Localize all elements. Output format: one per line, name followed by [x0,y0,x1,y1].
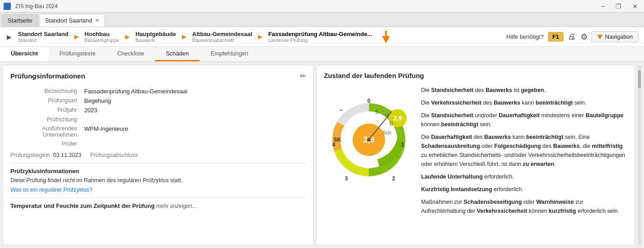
section-divider-2 [10,197,306,198]
minimize-button[interactable]: − [599,3,608,10]
zyklus-text: Diese Prüfung findet nicht im Rahmen des… [10,177,306,184]
tab-startseite[interactable]: Startseite [2,14,38,27]
breadcrumb-hochbau-type: Bauwerkgruppe [85,37,119,43]
navigation-label: Navigation [605,33,633,40]
breadcrumb-arrow-3: ► [181,33,188,41]
hilfe-label: Hilfe benötigt? [506,33,544,40]
desc-2: Die Verkehrssicherheit des Bauwerks kann… [421,98,627,107]
svg-rect-1 [385,31,387,37]
svg-text:2,9: 2,9 [393,115,402,122]
tab-schaeden[interactable]: Schäden [155,47,200,61]
chart-container: 2,9 SK 2,9 S V D Sch 0 1 2 3 4 [324,86,414,219]
left-panel: Prüfungsinformationen ✏ Bezeichnung Fass… [3,65,313,245]
breadcrumb-altbau-name: Altbau-Gemeindesaal [192,31,252,37]
close-button[interactable]: ✕ [630,3,640,10]
table-row: Prüfungsart Begehung [10,96,306,106]
breadcrumb: ▶ Standort Saarland Standort ► Hochbau B… [0,27,644,47]
settings-icon[interactable]: ⚙ [581,32,588,42]
desc-3: Die Standsicherheit und/oder Dauerhaftig… [421,111,627,129]
tab-close-icon[interactable]: ✕ [95,18,99,23]
svg-marker-2 [597,35,603,39]
breadcrumb-item-hochbau[interactable]: Hochbau Bauwerkgruppe [81,31,123,43]
right-panel: Zustand der laufenden Prüfung [316,65,635,245]
breadcrumb-item-fassade[interactable]: Fassadenprüfung Altbau-Gemeinde... Laufe… [265,31,376,43]
svg-marker-0 [382,36,390,43]
scrollbar[interactable] [638,65,641,245]
panel-header: Prüfungsinformationen ✏ [10,72,306,80]
tab-uebersicht[interactable]: Übersicht [0,47,49,61]
svg-text:Sch: Sch [383,130,391,135]
desc-6: Kurzfristig Instandsetzung erforderlich. [421,185,627,194]
value-pruefer [82,139,306,148]
pruefungsbeginn-value: 03.11.2023 [53,152,82,158]
breadcrumb-item-altbau[interactable]: Altbau-Gemeindesaal Bauwerksabschnitt [189,31,256,43]
breadcrumb-arrow-1: ► [73,33,80,41]
desc-area: Die Standsicherheit des Bauwerks ist geg… [421,86,627,219]
tab-checkliste[interactable]: Checkliste [106,47,155,61]
svg-text:S: S [375,109,378,115]
label-pruefrichtung: Prüfrichtung [10,115,82,124]
table-row: Prüfjahr 2023 [10,106,306,115]
zyklus-link[interactable]: Was ist ein regulärer Prüfzyklus? [10,187,92,193]
desc-4: Die Dauerhaftigkeit des Bauwerks kann be… [421,133,627,169]
breadcrumb-arrow-2: ► [124,33,131,41]
main-content: Prüfungsinformationen ✏ Bezeichnung Fass… [0,62,644,248]
value-prufjahr: 2023 [82,106,306,115]
breadcrumb-hauptgebaeude-type: Bauwerk [136,37,176,43]
nav-down-arrow-icon [381,30,391,44]
temp-label: Temperatur und Feuchte zum Zeitpunkt der… [10,202,154,209]
label-prufjahr: Prüfjahr [10,106,82,115]
breadcrumb-item-standort[interactable]: Standort Saarland Standort [14,31,72,43]
tab-standort-label: Standort Saarland [45,17,92,24]
table-row: Prüfer [10,139,306,148]
zustand-content: 2,9 SK 2,9 S V D Sch 0 1 2 3 4 [324,86,627,219]
temp-expand-link[interactable]: mehr anzeigen... [156,203,196,209]
tab-bar: Startseite Standort Saarland ✕ [0,13,644,27]
tab-pruefungstexte[interactable]: Prüfungstexte [49,47,106,61]
breadcrumb-back-button[interactable]: ▶ [4,27,14,47]
label-pruefungsart: Prüfungsart [10,96,82,106]
breadcrumb-arrow-4: ► [257,33,264,41]
zyklus-title: Prüfzyklusinformationen [10,168,306,175]
desc-5: Laufende Unterhaltung erforderlich. [421,172,627,181]
value-pruefungsart: Begehung [82,96,306,106]
value-bezeichnung: Fassadenprüfung Altbau-Gemeindesaal [82,87,306,96]
desc-7: Maßnahmen zur Schadensbeseitigung oder W… [421,197,627,216]
breadcrumb-standort-name: Standort Saarland [18,31,68,37]
breadcrumb-altbau-type: Bauwerksabschnitt [192,37,252,43]
panel-title: Prüfungsinformationen [10,72,85,80]
gauge-chart: 2,9 SK 2,9 S V D Sch 0 1 2 3 4 [324,86,414,185]
pruefungsabschluss-label: Prüfungsabschluss [90,152,138,158]
breadcrumb-fassade-name: Fassadenprüfung Altbau-Gemeinde... [268,31,372,37]
section-divider-1 [10,163,306,163]
nav-triangle-icon [597,35,603,39]
breadcrumb-item-hauptgebaeude[interactable]: Hauptgebäude Bauwerk [132,31,180,43]
pruefungsbeginn-label: Prüfungsbeginn [10,152,50,158]
breadcrumb-hochbau-name: Hochbau [85,31,110,37]
svg-text:1: 1 [401,142,404,148]
desc-1: Die Standsicherheit des Bauwerks ist geg… [421,86,627,95]
value-pruefrichtung [82,115,306,124]
tab-standort-saarland[interactable]: Standort Saarland ✕ [39,14,105,27]
print-icon[interactable]: 🖨 [568,32,576,41]
breadcrumb-fassade-type: Laufende Prüfung [268,37,372,43]
svg-text:D: D [390,121,393,126]
info-table: Bezeichnung Fassadenprüfung Altbau-Gemei… [10,87,306,148]
table-row: Prüfrichtung [10,115,306,124]
pruefungsbeginn-row: Prüfungsbeginn 03.11.2023 Prüfungsabschl… [10,152,306,158]
restore-button[interactable]: ❐ [613,3,624,10]
f1-button[interactable]: F1 [548,32,563,41]
table-row: AusführendesUnternehmen WPM-Ingenieure [10,124,306,139]
navigation-dropdown[interactable]: Navigation [591,31,639,42]
svg-point-24 [367,138,371,142]
svg-text:0: 0 [367,98,371,104]
svg-text:4: 4 [332,142,336,148]
edit-icon[interactable]: ✏ [300,72,306,80]
table-row: Bezeichnung Fassadenprüfung Altbau-Gemei… [10,87,306,96]
svg-text:2: 2 [392,175,395,182]
title-bar: ZIS Ing-Bau 2024 − ❐ ✕ [0,0,644,13]
breadcrumb-hauptgebaeude-name: Hauptgebäude [136,31,176,37]
svg-text:–: – [340,107,343,113]
tab-startseite-label: Startseite [8,17,32,24]
tab-empfehlungen[interactable]: Empfehlungen [200,47,259,61]
